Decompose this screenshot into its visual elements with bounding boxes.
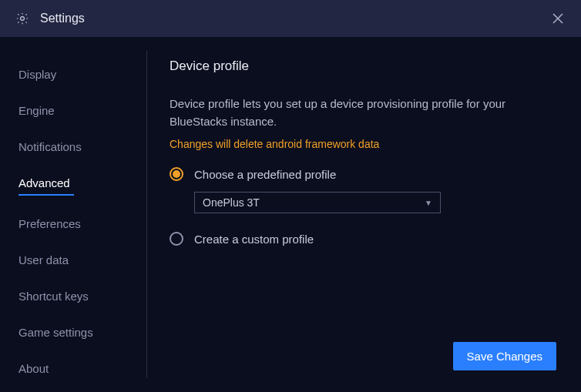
sidebar-item-label: Engine — [18, 104, 55, 117]
radio-unselected-icon — [170, 232, 183, 246]
section-title: Device profile — [170, 59, 559, 74]
sidebar-item-user-data[interactable]: User data — [0, 244, 146, 276]
option-label: Create a custom profile — [194, 233, 314, 246]
option-label: Choose a predefined profile — [194, 168, 336, 181]
warning-text: Changes will delete android framework da… — [170, 138, 559, 150]
sidebar-item-game-settings[interactable]: Game settings — [0, 317, 146, 348]
chevron-down-icon: ▼ — [425, 199, 432, 207]
sidebar-item-label: Display — [18, 68, 56, 81]
sidebar-item-about[interactable]: About — [0, 353, 146, 384]
main-panel: Device profile Device profile lets you s… — [146, 37, 581, 392]
option-predefined[interactable]: Choose a predefined profile — [170, 167, 559, 181]
sidebar-item-advanced[interactable]: Advanced — [0, 167, 146, 203]
gear-icon — [15, 12, 29, 25]
footer: Save Changes — [170, 342, 559, 392]
body: Display Engine Notifications Advanced Pr… — [0, 37, 581, 392]
sidebar-item-shortcut-keys[interactable]: Shortcut keys — [0, 280, 146, 312]
sidebar-item-engine[interactable]: Engine — [0, 95, 146, 126]
section-description: Device profile lets you set up a device … — [170, 95, 532, 130]
titlebar: Settings — [0, 0, 581, 37]
settings-window: Settings Display Engine Notifications Ad… — [0, 0, 581, 392]
sidebar-item-label: Shortcut keys — [18, 290, 89, 303]
sidebar-item-label: Preferences — [18, 217, 81, 230]
profile-select-wrap: OnePlus 3T ▼ — [194, 192, 559, 213]
sidebar-item-label: User data — [18, 253, 69, 266]
sidebar-item-label: Game settings — [18, 326, 93, 339]
sidebar-item-preferences[interactable]: Preferences — [0, 208, 146, 240]
sidebar-item-label: Advanced — [18, 176, 70, 189]
sidebar-item-notifications[interactable]: Notifications — [0, 131, 146, 162]
close-button[interactable] — [550, 11, 566, 26]
dropdown-value: OnePlus 3T — [203, 196, 260, 209]
sidebar: Display Engine Notifications Advanced Pr… — [0, 37, 146, 392]
save-changes-button[interactable]: Save Changes — [453, 342, 556, 370]
sidebar-item-display[interactable]: Display — [0, 59, 146, 90]
sidebar-item-label: Notifications — [18, 140, 82, 153]
radio-selected-icon — [170, 167, 183, 181]
window-title: Settings — [40, 12, 85, 25]
sidebar-item-label: About — [18, 362, 49, 375]
svg-point-0 — [21, 17, 25, 21]
profile-dropdown[interactable]: OnePlus 3T ▼ — [194, 192, 441, 213]
option-custom[interactable]: Create a custom profile — [170, 232, 559, 246]
